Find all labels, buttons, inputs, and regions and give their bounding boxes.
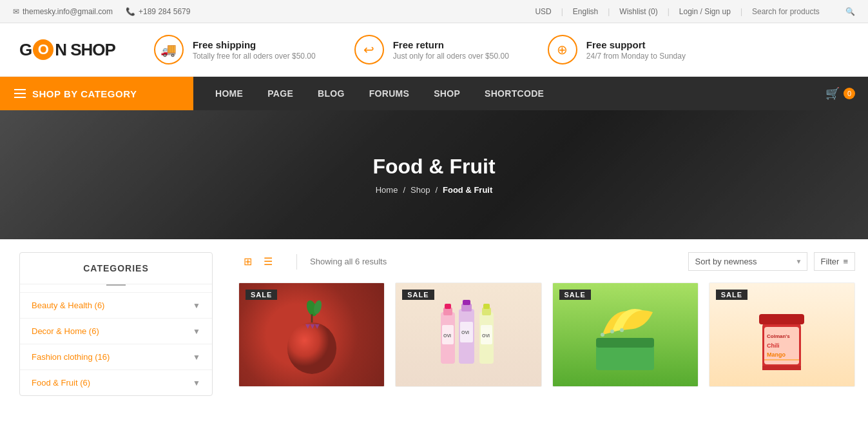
svg-text:OVI: OVI	[482, 333, 490, 338]
svg-rect-8	[445, 304, 451, 309]
logo-o: O	[33, 39, 53, 60]
hero-content: Food & Fruit Home / Shop / Food & Fruit	[372, 155, 495, 195]
chevron-down-icon: ▼	[193, 353, 200, 362]
nav-home[interactable]: HOME	[206, 88, 252, 99]
filter-icon: ≡	[843, 257, 848, 266]
return-icon: ↩	[354, 35, 384, 64]
bottle-group: OVI OVI OVI	[433, 290, 504, 380]
view-icons: ⊞ ☰	[238, 253, 277, 271]
cart-count: 0	[844, 88, 855, 99]
hamburger-line	[14, 89, 26, 90]
nav-shop[interactable]: SHOP	[425, 88, 469, 99]
support-icon: ⊕	[548, 35, 577, 64]
cart-icon: 🛒	[825, 86, 840, 101]
header: G O N SHOP 🚚 Free shipping Totally free …	[0, 23, 868, 77]
sort-select[interactable]: Sort by newness Sort by price: low to hi…	[688, 252, 807, 271]
top-bar-left: ✉ themesky.info@gmail.com 📞 +189 284 567…	[13, 7, 190, 16]
sidebar-item-fashion[interactable]: Fashion clothing (16) ▼	[20, 344, 212, 370]
showing-results: Showing all 6 results	[310, 257, 682, 266]
sidebar-item-label[interactable]: Fashion clothing (16)	[32, 352, 110, 362]
nav-links: HOME PAGE BLOG FORUMS SHOP SHORTCODE	[193, 88, 825, 99]
product-card[interactable]: SALE Colman's Chili Mango	[709, 282, 855, 387]
breadcrumb-sep: /	[403, 185, 405, 195]
hero-banner: Food & Fruit Home / Shop / Food & Fruit	[0, 110, 868, 239]
language-selector[interactable]: English	[573, 7, 598, 16]
list-view-button[interactable]: ☰	[259, 253, 277, 271]
products-toolbar: ⊞ ☰ Showing all 6 results Sort by newnes…	[238, 252, 855, 271]
sidebar-divider	[106, 284, 126, 286]
nav-blog[interactable]: BLOG	[309, 88, 354, 99]
breadcrumb: Home / Shop / Food & Fruit	[372, 185, 495, 195]
filter-button[interactable]: Filter ≡	[814, 252, 855, 271]
svg-rect-14	[483, 304, 490, 309]
search-bar[interactable]: 🔍	[752, 7, 855, 16]
sidebar-item-food[interactable]: Food & Fruit (6) ▼	[20, 370, 212, 395]
sort-wrapper: Sort by newness Sort by price: low to hi…	[688, 252, 807, 271]
hero-title: Food & Fruit	[372, 155, 495, 179]
category-menu-button[interactable]: SHOP BY CATEGORY	[0, 77, 193, 110]
login-link[interactable]: Login / Sign up	[679, 7, 731, 16]
categories-box: CATEGORIES Beauty & Health (6) ▼ Decor &…	[19, 252, 213, 396]
svg-point-4	[287, 322, 336, 374]
chevron-down-icon: ▼	[193, 301, 200, 310]
filter-label: Filter	[821, 257, 840, 266]
sale-badge: SALE	[559, 290, 591, 300]
cart-button[interactable]: 🛒 0	[825, 86, 855, 101]
breadcrumb-home[interactable]: Home	[376, 185, 398, 195]
breadcrumb-shop[interactable]: Shop	[410, 185, 430, 195]
sidebar-item-beauty[interactable]: Beauty & Health (6) ▼	[20, 292, 212, 318]
benefit-shipping: 🚚 Free shipping Totally free for all ode…	[154, 35, 316, 64]
svg-point-23	[601, 333, 604, 337]
benefit-shipping-text: Free shipping Totally free for all oders…	[193, 39, 316, 61]
breadcrumb-sep: /	[435, 185, 438, 195]
product-card[interactable]: SALE	[395, 282, 541, 387]
product-card[interactable]: SALE	[552, 282, 699, 387]
sidebar-item-label[interactable]: Food & Fruit (6)	[32, 378, 90, 388]
benefit-return-text: Free return Just only for all oders over…	[393, 39, 509, 61]
svg-rect-11	[463, 300, 470, 305]
sidebar-item-label[interactable]: Beauty & Health (6)	[32, 301, 104, 310]
benefit-support: ⊕ Free support 24/7 from Monday to Sunda…	[548, 35, 686, 64]
email-contact: ✉ themesky.info@gmail.com	[13, 7, 113, 16]
svg-rect-33	[762, 366, 801, 370]
svg-text:Chili: Chili	[767, 342, 780, 349]
hamburger-line	[14, 97, 26, 98]
nav-page[interactable]: PAGE	[258, 88, 302, 99]
separator: |	[608, 7, 610, 16]
chili-svg: Colman's Chili Mango	[746, 290, 817, 380]
toolbar-divider	[296, 254, 297, 270]
sale-badge: SALE	[246, 290, 277, 300]
svg-point-24	[610, 330, 614, 333]
svg-text:Colman's: Colman's	[767, 333, 790, 339]
logo-text-post: N SHOP	[55, 40, 115, 60]
benefit-support-subtitle: 24/7 from Monday to Sunday	[586, 52, 686, 61]
product-svg	[280, 293, 344, 377]
bottles-svg: OVI OVI OVI	[433, 290, 504, 380]
hamburger-icon	[14, 89, 26, 98]
logo[interactable]: G O N SHOP	[19, 39, 115, 60]
sale-badge: SALE	[716, 290, 747, 300]
search-icon[interactable]: 🔍	[845, 7, 855, 16]
top-bar: ✉ themesky.info@gmail.com 📞 +189 284 567…	[0, 0, 868, 23]
nav-forums[interactable]: FORUMS	[360, 88, 418, 99]
chevron-down-icon: ▼	[193, 379, 200, 388]
phone-icon: 📞	[126, 7, 135, 16]
sidebar-item-label[interactable]: Decor & Home (6)	[32, 326, 99, 336]
currency-selector[interactable]: USD	[535, 7, 551, 16]
grid-view-button[interactable]: ⊞	[238, 253, 256, 271]
search-input[interactable]	[752, 7, 842, 16]
wishlist-link[interactable]: Wishlist (0)	[619, 7, 657, 16]
benefit-shipping-title: Free shipping	[193, 39, 316, 50]
sale-badge: SALE	[402, 290, 434, 300]
benefit-support-title: Free support	[586, 39, 686, 50]
svg-rect-32	[764, 359, 799, 360]
product-grid: SALE	[238, 282, 855, 387]
benefit-return-subtitle: Just only for all oders over $50.00	[393, 52, 509, 61]
nav-shortcode[interactable]: SHORTCODE	[476, 88, 553, 99]
sidebar: CATEGORIES Beauty & Health (6) ▼ Decor &…	[0, 252, 226, 396]
separator: |	[668, 7, 670, 16]
logo-text-pre: G	[19, 40, 32, 60]
bananas-svg	[583, 293, 667, 377]
product-card[interactable]: SALE	[238, 282, 385, 387]
sidebar-item-decor[interactable]: Decor & Home (6) ▼	[20, 318, 212, 344]
